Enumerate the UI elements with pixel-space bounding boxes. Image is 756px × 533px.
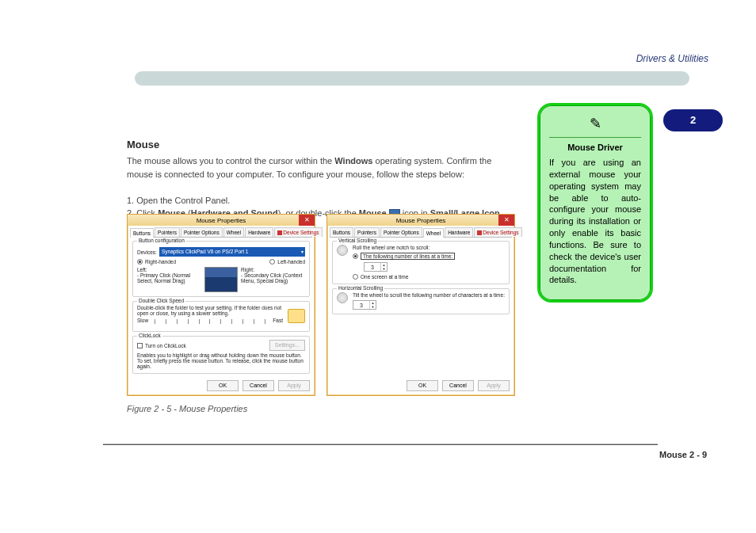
right-col-body: - Secondary Click (Context Menu, Special… [241, 272, 305, 284]
tab-pointer-options[interactable]: Pointer Options [380, 227, 422, 237]
tab-pointers[interactable]: Pointers [354, 227, 380, 237]
tab-device-settings[interactable]: Device Settings [474, 227, 521, 237]
clicklock-settings-button[interactable]: Settings... [269, 340, 305, 351]
tab-device-settings[interactable]: Device Settings [274, 227, 322, 237]
left-col-title: Left: [137, 267, 201, 272]
clicklock-body: Enables you to highlight or drag without… [137, 352, 305, 369]
group-horizontal-scrolling: Horizontal Scrolling Tilt the wheel to s… [332, 288, 510, 314]
mouse-properties-dialog-buttons: Mouse Properties ✕ Buttons Pointers Poin… [127, 214, 315, 396]
touchpad-thumbnail [204, 267, 238, 292]
section-title: Mouse [127, 139, 159, 150]
group-clicklock: ClickLock Turn on ClickLock Settings... … [132, 336, 310, 374]
cancel-button[interactable]: Cancel [442, 380, 474, 391]
tab-buttons[interactable]: Buttons [130, 228, 154, 238]
note-title: Mouse Driver [549, 143, 641, 152]
double-click-body: Double-click the folder to test your set… [137, 305, 283, 316]
figure-caption: Figure 2 - 5 - Mouse Properties [127, 404, 247, 413]
pencil-icon: ✎ [549, 115, 641, 138]
close-icon[interactable]: ✕ [498, 215, 514, 226]
label-screen: One screen at a time [361, 274, 408, 280]
group-double-click: Double Click Speed Double-click the fold… [132, 301, 310, 332]
group-vertical-scrolling: Vertical Scrolling Roll the wheel one no… [332, 241, 510, 284]
radio-screen[interactable] [353, 274, 358, 280]
ok-button[interactable]: OK [207, 380, 239, 391]
wheel-icon [337, 245, 348, 256]
tab-pointers[interactable]: Pointers [155, 227, 180, 237]
group-title: Button configuration [137, 238, 186, 243]
tab-pointer-options[interactable]: Pointer Options [181, 227, 223, 237]
header-divider [135, 71, 689, 86]
tabstrip: Buttons Pointers Pointer Options Wheel H… [330, 226, 512, 238]
group-title: Horizontal Scrolling [337, 285, 384, 291]
tab-wheel[interactable]: Wheel [223, 227, 244, 237]
slider-fast: Fast [273, 318, 283, 323]
group-title: ClickLock [137, 333, 162, 338]
group-button-config: Button configuration Devices: Synaptics … [132, 241, 310, 297]
label-lines: The following number of lines at a time: [361, 253, 455, 260]
group-title: Vertical Scrolling [337, 238, 378, 243]
ok-button[interactable]: OK [407, 380, 438, 391]
titlebar: Mouse Properties ✕ [327, 215, 514, 226]
tab-buttons[interactable]: Buttons [330, 227, 353, 237]
label-left-handed: Left-handed [277, 259, 305, 265]
devices-label: Devices: [137, 249, 157, 255]
left-col-body: - Primary Click (Normal Select, Normal D… [137, 272, 201, 284]
spinner-lines[interactable]: 3 ▲▼ [364, 262, 388, 272]
tabstrip: Buttons Pointers Pointer Options Wheel H… [130, 226, 312, 238]
radio-lines[interactable] [353, 253, 358, 259]
synaptics-icon [277, 230, 282, 235]
hscroll-line: Tilt the wheel to scroll the following n… [353, 292, 505, 298]
label-clicklock: Turn on ClickLock [145, 343, 186, 348]
devices-dropdown[interactable]: Synaptics ClickPad V8 on PS/2 Port 1 [159, 247, 305, 257]
tab-wheel[interactable]: Wheel [423, 228, 444, 238]
spinner-chars[interactable]: 3 ▲▼ [353, 300, 376, 310]
radio-right-handed[interactable] [137, 259, 143, 265]
right-col-title: Right: [241, 267, 305, 272]
note-body: If you are using an external mouse your … [549, 157, 641, 286]
checkbox-clicklock[interactable] [137, 343, 143, 348]
slider-slow: Slow [137, 318, 148, 323]
label-right-handed: Right-handed [145, 259, 176, 265]
group-title: Double Click Speed [137, 298, 185, 303]
wheel-icon [337, 292, 348, 303]
footer-page: Mouse 2 - 9 [659, 450, 707, 459]
tab-hardware[interactable]: Hardware [445, 227, 473, 237]
close-icon[interactable]: ✕ [299, 215, 315, 226]
header-chapter: Drivers & Utilities [636, 53, 708, 64]
page-badge: 2 [663, 109, 723, 131]
cancel-button[interactable]: Cancel [242, 380, 274, 391]
radio-left-handed[interactable] [269, 259, 275, 265]
synaptics-icon [477, 230, 482, 235]
vscroll-line: Roll the wheel one notch to scroll: [353, 245, 505, 250]
mouse-properties-dialog-wheel: Mouse Properties ✕ Buttons Pointers Poin… [326, 214, 515, 396]
footer-divider [103, 444, 658, 445]
sidebar-note: ✎ Mouse Driver If you are using an exter… [537, 103, 653, 303]
double-click-slider[interactable]: Slow Fast [137, 318, 283, 326]
tab-hardware[interactable]: Hardware [245, 227, 273, 237]
folder-test-icon[interactable] [288, 309, 305, 323]
apply-button[interactable]: Apply [278, 380, 310, 391]
apply-button[interactable]: Apply [478, 380, 510, 391]
titlebar: Mouse Properties ✕ [128, 215, 315, 226]
